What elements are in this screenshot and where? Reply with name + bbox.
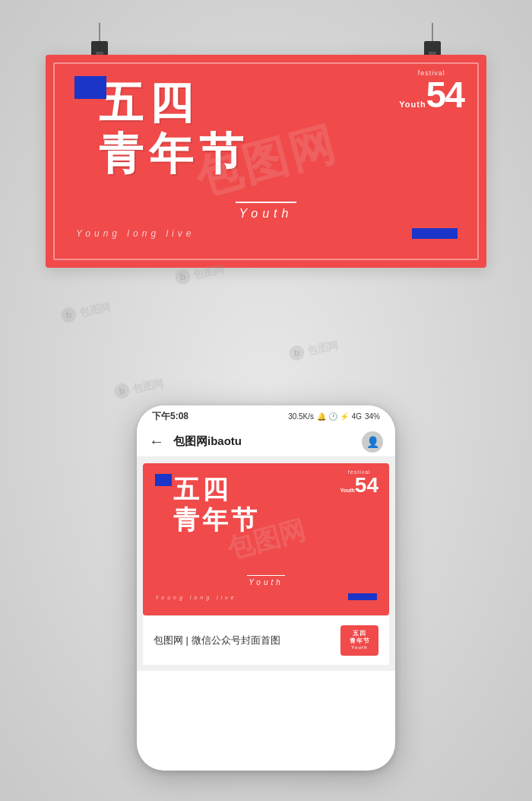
mini-deco-blue-tl-small	[155, 474, 161, 486]
back-button[interactable]: ←	[149, 433, 164, 450]
subtitle-youth: Youth	[239, 207, 293, 221]
badge-youth-label: Youth	[399, 100, 426, 109]
phone-status-bar: 下午5:08 30.5K/s 🔔 🕐 ⚡ 4G 34%	[137, 405, 395, 427]
mini-deco-blue-br	[348, 593, 377, 600]
badge-festival-label: festival	[399, 70, 464, 77]
status-icons: 🔔 🕐 ⚡	[317, 412, 349, 421]
nav-title: 包图网ibaotu	[173, 434, 353, 449]
poster-card: festival Youth 54 五四 青年节 Youth Young lon…	[46, 55, 486, 268]
main-title: 五四 青年节	[99, 78, 249, 179]
phone-thumb-image: 五四 青年节 Youth	[340, 625, 378, 656]
thumb-line1: 五四	[350, 630, 370, 637]
phone-frame: 下午5:08 30.5K/s 🔔 🕐 ⚡ 4G 34% ← 包图网ibaotu …	[137, 405, 395, 771]
mini-poster: festival Youth 54 五四 青年节 Youth Young lon…	[143, 463, 389, 615]
status-time: 下午5:08	[152, 410, 188, 423]
mini-subtitle-underline	[247, 575, 285, 577]
phone-bottom-info: 包图网 | 微信公众号封面首图 五四 青年节 Youth	[143, 615, 389, 665]
clip-right	[424, 23, 441, 55]
status-info: 30.5K/s	[288, 412, 314, 421]
clip-wire-left	[99, 23, 100, 41]
clip-body-left	[91, 41, 108, 55]
phone-bottom-text: 包图网 | 微信公众号封面首图	[154, 634, 280, 647]
phone-section: 下午5:08 30.5K/s 🔔 🕐 ⚡ 4G 34% ← 包图网ibaotu …	[137, 405, 395, 771]
status-signal: 4G	[352, 412, 362, 421]
main-title-line1: 五四	[99, 78, 249, 129]
hanging-clips	[46, 23, 486, 55]
mini-badge-festival: festival	[340, 469, 378, 475]
phone-content: festival Youth 54 五四 青年节 Youth Young lon…	[137, 457, 395, 671]
clip-body-right	[424, 41, 441, 55]
mini-subtitle-youth: Youth	[249, 578, 283, 586]
deco-blue-bottom-right	[412, 228, 458, 239]
thumb-line2: 青年节	[350, 637, 370, 645]
poster-section: festival Youth 54 五四 青年节 Youth Young lon…	[46, 23, 486, 268]
badge-54-number: 54	[426, 77, 464, 113]
status-right: 30.5K/s 🔔 🕐 ⚡ 4G 34%	[288, 412, 380, 421]
mini-slogan: Young long live	[155, 595, 236, 600]
phone-nav-bar: ← 包图网ibaotu 👤	[137, 427, 395, 457]
clip-left	[91, 23, 108, 55]
mini-title-line2: 青年节	[173, 504, 260, 535]
poster-slogan: Young long live	[76, 228, 195, 239]
status-battery: 34%	[365, 412, 380, 421]
clip-wire-right	[432, 23, 433, 41]
mini-main-title: 五四 青年节	[173, 474, 260, 535]
mini-title-line1: 五四	[173, 474, 260, 504]
mini-badge-youth: Youth	[340, 488, 355, 493]
subtitle-underline	[236, 202, 296, 203]
mini-badge-54: festival Youth 54	[340, 469, 378, 496]
badge-54: festival Youth 54	[399, 70, 464, 113]
main-title-line2: 青年节	[99, 129, 249, 180]
user-avatar[interactable]: 👤	[362, 431, 383, 453]
thumb-line3: Youth	[350, 645, 370, 651]
mini-badge-number: 54	[355, 475, 378, 496]
